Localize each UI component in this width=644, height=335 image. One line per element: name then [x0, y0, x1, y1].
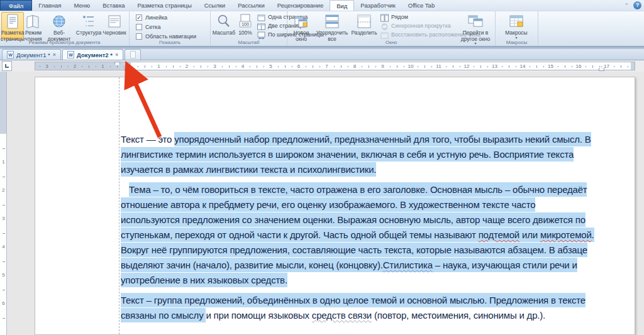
- ribbon-tab-file[interactable]: Файл: [0, 0, 32, 11]
- ruler-tick: [180, 66, 180, 67]
- group-label: Окно: [287, 40, 495, 45]
- text-line[interactable]: используются предложения со значением оц…: [121, 212, 605, 228]
- ruler-number: 7: [324, 63, 330, 69]
- document-text[interactable]: Текст — это упорядоченный набор предложе…: [121, 132, 605, 323]
- new-window-icon: [293, 13, 309, 30]
- text-line[interactable]: ступенькам, переходя от одной части к др…: [121, 228, 605, 243]
- ruler-tick: [117, 65, 118, 68]
- ruler-margin-number: 2: [72, 63, 78, 69]
- text-line[interactable]: употребление в них языковых средств.: [121, 273, 605, 288]
- window-button-new-window[interactable]: Новое окно: [289, 12, 314, 40]
- tab-stop-selector[interactable]: [2, 61, 12, 71]
- text-line[interactable]: связаны по смыслу и при помощи языковых …: [121, 308, 605, 323]
- group-show: ✓ЛинейкаСеткаОбласть навигации Показать: [130, 11, 211, 46]
- ribbon-tab-menu[interactable]: Меню: [68, 0, 97, 11]
- window-button-arrange-all[interactable]: Упорядочить все: [314, 12, 350, 40]
- text-line[interactable]: лингвистике термин используется в широко…: [121, 147, 605, 162]
- view-button-label: Черновик: [103, 30, 126, 36]
- ruler-tick: [152, 66, 152, 67]
- ruler-tick: [348, 66, 348, 67]
- vruler-tick: [3, 148, 5, 149]
- zoom-button-zoom[interactable]: Масштаб: [212, 12, 236, 40]
- ruler-number: 13: [492, 63, 498, 69]
- text-line[interactable]: Текст – группа предложений, объединённых…: [121, 293, 605, 308]
- ruler-tick: [229, 65, 230, 68]
- view-button-outline[interactable]: Структура: [75, 12, 102, 40]
- ruler-tick: [313, 65, 313, 68]
- selected-text: .: [592, 228, 594, 242]
- document-tab-bar: WДокумент1 *×WДокумент2 *×: [0, 49, 644, 60]
- collapse-ribbon-icon[interactable]: ⌃: [624, 2, 629, 9]
- help-icon[interactable]: ?: [633, 1, 641, 9]
- ruler-number: 16: [575, 63, 582, 69]
- ribbon-tab-view[interactable]: Вид: [330, 0, 354, 11]
- ruler-tick: [628, 66, 628, 67]
- text-line[interactable]: Текст — это упорядоченный набор предложе…: [121, 132, 605, 147]
- new-tab-button[interactable]: [125, 49, 141, 60]
- ruler-tick: [586, 66, 586, 67]
- window-button-split[interactable]: Разделить: [350, 12, 378, 40]
- ruler-tick: [89, 65, 89, 68]
- ruler-tick: [425, 65, 425, 68]
- macros-icon: [508, 13, 525, 30]
- document-area: 1234567891011121314151617321 123456 Текс…: [0, 60, 644, 335]
- ribbon-tab-mailings[interactable]: Рассылки: [231, 0, 271, 11]
- ruler-tick: [138, 66, 138, 67]
- ruler-tick: [558, 66, 558, 67]
- zoom-button-label: 100%: [238, 30, 252, 36]
- ruler-number: 11: [436, 63, 442, 69]
- view-button-print-layout[interactable]: Разметка страницы: [1, 12, 24, 40]
- ribbon-tab-developer[interactable]: Разработчик: [354, 0, 401, 11]
- text-line[interactable]: Вокруг неё группируются предложения, сос…: [121, 243, 605, 258]
- selected-text: – наука, изучающая стили речи и: [433, 258, 577, 272]
- document-tab-doc1[interactable]: WДокумент1 *×: [2, 49, 61, 60]
- ruler-tick: [61, 65, 62, 68]
- close-icon[interactable]: ×: [53, 52, 56, 58]
- text-line[interactable]: Тема – то, о чём говориться в тексте, ча…: [121, 182, 605, 197]
- vruler-number: 2: [0, 187, 7, 193]
- ruler-tick: [592, 65, 593, 68]
- ribbon-tab-insert[interactable]: Вставка: [96, 0, 131, 11]
- zoom-button-zoom-100[interactable]: 100100%: [236, 12, 255, 40]
- ribbon-tab-review[interactable]: Рецензирование: [271, 0, 330, 11]
- checkbox-label: Область навигации: [145, 33, 196, 40]
- selected-text: или: [519, 228, 540, 242]
- window-button-switch-windows[interactable]: Перейти в другое окно▾: [458, 12, 492, 40]
- ruler-tick: [82, 66, 82, 67]
- group-window: Новое окноУпорядочить всеРазделить Рядом…: [287, 11, 496, 46]
- ribbon-tab-references[interactable]: Ссылки: [198, 0, 231, 11]
- group-document-views: Разметка страницыРежим чтенияВеб-докумен…: [0, 11, 130, 46]
- ruler-tick: [375, 66, 376, 67]
- macros-button-macros[interactable]: Макросы▾: [502, 12, 531, 40]
- close-icon[interactable]: ×: [115, 52, 118, 58]
- word-file-icon: W: [67, 51, 74, 58]
- ruler-tick: [68, 66, 69, 67]
- ruler-number: 2: [184, 63, 190, 69]
- ribbon-tab-home[interactable]: Главная: [32, 0, 67, 11]
- zoom-button-label: Масштаб: [213, 30, 235, 36]
- checkbox-ruler[interactable]: ✓Линейка: [136, 13, 196, 22]
- page[interactable]: Текст — это упорядоченный набор предложе…: [35, 77, 635, 335]
- ribbon-tab-office-tab[interactable]: Office Tab: [402, 0, 441, 11]
- document-tab-doc2[interactable]: WДокумент2 *×: [62, 49, 123, 60]
- hanging-indent-marker[interactable]: [125, 66, 130, 71]
- checkbox-gridlines[interactable]: Сетка: [136, 23, 196, 31]
- view-button-draft[interactable]: Черновик: [102, 12, 127, 40]
- selected-text: Тема – то, о чём говориться в тексте, ча…: [129, 182, 587, 197]
- ruler-tick: [516, 66, 516, 67]
- paragraph-gap: [121, 177, 605, 182]
- view-button-reading[interactable]: Режим чтения: [24, 12, 43, 40]
- ruler-margin-number: 3: [44, 63, 50, 69]
- text-segment: средств связи: [312, 310, 372, 321]
- view-button-web[interactable]: Веб-документ: [43, 12, 75, 40]
- ribbon-tab-page-layout[interactable]: Разметка страницы: [131, 0, 198, 11]
- ruler-tick: [54, 66, 55, 67]
- ruler-tick: [369, 65, 369, 68]
- text-line[interactable]: отношение автора к пребдмету речи, его о…: [121, 197, 605, 212]
- text-line[interactable]: выделяют зачин (начало), развитие мысли,…: [121, 258, 605, 273]
- vruler-tick: [3, 205, 5, 206]
- text-line[interactable]: изучается в рамках лингвистики текста и …: [121, 162, 605, 177]
- text-segment: (повтор, местоимения, синонимы и др.).: [372, 310, 545, 321]
- vruler-number: 3: [0, 216, 7, 221]
- word-file-icon: W: [7, 51, 14, 58]
